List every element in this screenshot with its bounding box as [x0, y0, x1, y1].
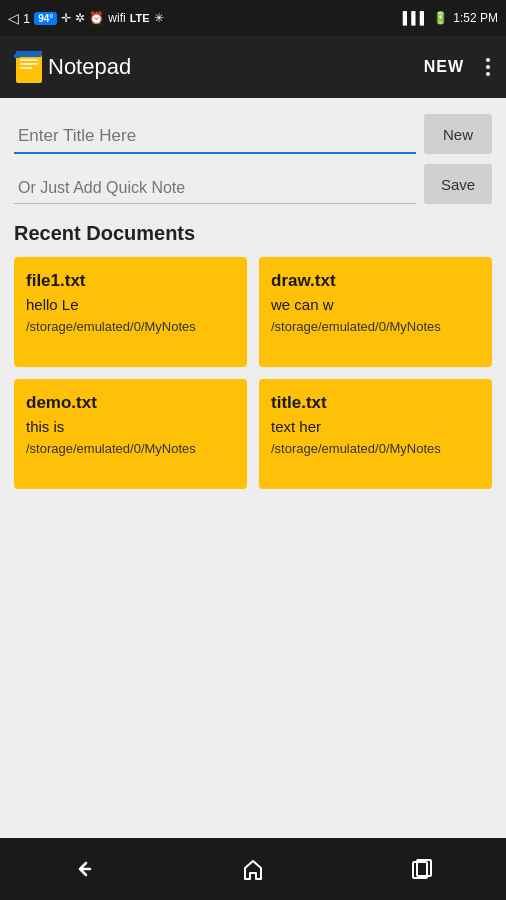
svg-rect-4	[20, 63, 38, 65]
home-nav-icon	[239, 855, 267, 883]
doc-filename-2: demo.txt	[26, 393, 235, 413]
back-nav-icon	[70, 855, 98, 883]
title-input-row: New	[14, 114, 492, 154]
doc-filename-3: title.txt	[271, 393, 480, 413]
doc-filename-1: draw.txt	[271, 271, 480, 291]
temp-badge: 94°	[34, 12, 57, 25]
notepad-app-icon	[12, 49, 48, 85]
svg-rect-2	[14, 54, 20, 58]
doc-path-3: /storage/emulated/0/MyNotes	[271, 441, 480, 458]
section-title: Recent Documents	[14, 222, 492, 245]
main-content: New Save Recent Documents file1.txt hell…	[0, 98, 506, 838]
location-icon: ✛	[61, 11, 71, 25]
signal-icon: ✳	[154, 11, 164, 25]
app-title: Notepad	[48, 54, 424, 80]
documents-grid: file1.txt hello Le /storage/emulated/0/M…	[14, 257, 492, 489]
lte-label: LTE	[130, 12, 150, 24]
save-button[interactable]: Save	[424, 164, 492, 204]
doc-path-1: /storage/emulated/0/MyNotes	[271, 319, 480, 336]
overflow-dot-2	[486, 65, 490, 69]
status-right: ▌▌▌ 🔋 1:52 PM	[403, 11, 498, 25]
status-bar: ◁ 1 94° ✛ ✲ ⏰ wifi LTE ✳ ▌▌▌ 🔋 1:52 PM	[0, 0, 506, 36]
battery-icon: 🔋	[433, 11, 448, 25]
doc-card-3[interactable]: title.txt text her /storage/emulated/0/M…	[259, 379, 492, 489]
overflow-dot-1	[486, 58, 490, 62]
doc-preview-1: we can w	[271, 296, 480, 313]
doc-preview-2: this is	[26, 418, 235, 435]
home-nav-button[interactable]	[223, 849, 283, 889]
svg-rect-5	[20, 67, 32, 69]
doc-filename-0: file1.txt	[26, 271, 235, 291]
back-icon: ◁	[8, 10, 19, 26]
recents-nav-icon	[408, 855, 436, 883]
doc-card-0[interactable]: file1.txt hello Le /storage/emulated/0/M…	[14, 257, 247, 367]
new-button[interactable]: New	[424, 114, 492, 154]
overflow-dot-3	[486, 72, 490, 76]
app-bar: Notepad NEW	[0, 36, 506, 98]
notification-icon: 1	[23, 11, 30, 26]
back-nav-button[interactable]	[54, 849, 114, 889]
doc-preview-3: text her	[271, 418, 480, 435]
bluetooth-icon: ✲	[75, 11, 85, 25]
alarm-icon: ⏰	[89, 11, 104, 25]
quick-note-row: Save	[14, 164, 492, 204]
doc-preview-0: hello Le	[26, 296, 235, 313]
recents-nav-button[interactable]	[392, 849, 452, 889]
title-input[interactable]	[14, 118, 416, 154]
quick-note-input[interactable]	[14, 171, 416, 204]
overflow-menu-button[interactable]	[482, 54, 494, 80]
wifi-icon: wifi	[108, 11, 125, 25]
signal-bars-icon: ▌▌▌	[403, 11, 429, 25]
new-button-appbar[interactable]: NEW	[424, 58, 464, 76]
doc-path-2: /storage/emulated/0/MyNotes	[26, 441, 235, 458]
bottom-nav	[0, 838, 506, 900]
status-left: ◁ 1 94° ✛ ✲ ⏰ wifi LTE ✳	[8, 10, 164, 26]
doc-card-2[interactable]: demo.txt this is /storage/emulated/0/MyN…	[14, 379, 247, 489]
svg-rect-3	[20, 59, 38, 61]
doc-card-1[interactable]: draw.txt we can w /storage/emulated/0/My…	[259, 257, 492, 367]
time-display: 1:52 PM	[453, 11, 498, 25]
doc-path-0: /storage/emulated/0/MyNotes	[26, 319, 235, 336]
